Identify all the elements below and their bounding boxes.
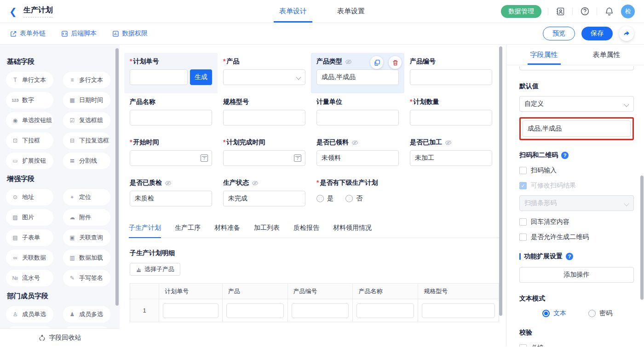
field-plan-finish-time[interactable]: 计划完成时间 7 xyxy=(218,134,311,174)
help-icon[interactable]: ? xyxy=(561,152,569,159)
field-unit[interactable]: 计量单位 xyxy=(311,93,404,134)
panel-scrollbar[interactable] xyxy=(640,176,644,300)
user-avatar[interactable]: 检 xyxy=(621,5,635,18)
sidebar-item-number[interactable]: 123数字 xyxy=(6,92,53,108)
sidebar-item-datetime[interactable]: ▦日期时间 xyxy=(63,92,110,108)
sidebar-item-related-data[interactable]: ∞关联数据 xyxy=(6,250,53,266)
cell-product-name-input[interactable] xyxy=(356,303,414,318)
tab-form-properties[interactable]: 表单属性 xyxy=(593,45,621,65)
radio-yes[interactable]: 是 xyxy=(316,194,334,203)
add-operation-button[interactable]: 添加操作 xyxy=(519,267,634,283)
field-product[interactable]: 产品 xyxy=(218,53,311,93)
data-manage-button[interactable]: 数据管理 xyxy=(501,5,541,18)
back-icon[interactable]: ❮ xyxy=(9,7,17,16)
quality-checked-input[interactable] xyxy=(130,191,212,206)
product-type-input[interactable] xyxy=(316,69,399,85)
page-title[interactable]: 生产计划 xyxy=(23,6,53,17)
tab-field-properties[interactable]: 字段属性 xyxy=(530,45,558,65)
sidebar-item-multi-dropdown[interactable]: ⊟下拉复选框 xyxy=(63,132,110,149)
field-start-time[interactable]: 开始时间 7 xyxy=(124,134,218,174)
field-production-status[interactable]: 生产状态 xyxy=(218,174,311,215)
sidebar-item-dropdown[interactable]: ⊡下拉框 xyxy=(6,132,53,149)
contacts-book-icon[interactable] xyxy=(555,6,566,17)
start-time-input[interactable] xyxy=(130,150,212,166)
sidebar-item-divider-line[interactable]: 〓分割线 xyxy=(63,153,110,169)
delete-field-button[interactable] xyxy=(389,56,402,69)
radio-text-mode-text[interactable]: 文本 xyxy=(542,309,566,318)
field-has-sub-plan[interactable]: 是否有下级生产计划 是 否 xyxy=(311,174,498,215)
sidebar-item-radio-group[interactable]: ◉单选按钮组 xyxy=(6,112,53,129)
default-value-input[interactable] xyxy=(523,120,631,137)
field-plan-quantity[interactable]: 计划数量 xyxy=(404,93,498,134)
field-spec-model[interactable]: 规格型号 xyxy=(218,93,311,134)
unit-input[interactable] xyxy=(316,110,399,125)
field-material-received[interactable]: 是否已领料 xyxy=(311,134,404,174)
checkbox-required[interactable]: 必填 xyxy=(519,344,634,347)
radio-no[interactable]: 否 xyxy=(345,194,362,203)
backend-script-link[interactable]: 后端脚本 xyxy=(61,29,97,38)
sidebar-item-serial-number[interactable]: №流水号 xyxy=(6,270,53,286)
help-icon[interactable]: ? xyxy=(566,253,573,260)
sidebar-item-related-query[interactable]: ▣关联查询 xyxy=(63,229,110,246)
sidebar-item-address[interactable]: ⊙地址 xyxy=(6,189,53,205)
sidebar-item-image[interactable]: ▧图片 xyxy=(6,209,53,226)
product-name-input[interactable] xyxy=(130,110,212,125)
checkbox-allow-qrcode[interactable]: 是否允许生成二维码 xyxy=(519,233,634,241)
material-received-input[interactable] xyxy=(316,150,399,166)
preview-button[interactable]: 预览 xyxy=(543,27,575,40)
save-button[interactable]: 保存 xyxy=(581,27,613,40)
tab-quality-report[interactable]: 质检报告 xyxy=(293,224,319,238)
field-product-name[interactable]: 产品名称 xyxy=(124,93,218,134)
sidebar-item-extend-button[interactable]: ▭扩展按钮 xyxy=(6,153,53,169)
data-permission-link[interactable]: 数据权限 xyxy=(112,29,148,38)
sidebar-item-data-load[interactable]: ▥数据加载 xyxy=(63,250,110,266)
generate-button[interactable]: 生成 xyxy=(190,69,212,85)
sidebar-item-multi-line-text[interactable]: ≡多行文本 xyxy=(63,72,110,88)
cell-plan-number-input[interactable] xyxy=(163,303,218,318)
production-status-input[interactable] xyxy=(223,191,305,206)
select-sub-product-button[interactable]: 选择子产品 xyxy=(130,263,180,276)
sidebar-item-member-single[interactable]: ♙成员单选 xyxy=(6,306,53,323)
tab-form-design[interactable]: 表单设计 xyxy=(279,0,307,23)
tab-processing-list[interactable]: 加工列表 xyxy=(254,224,280,238)
checkbox-enter-clear[interactable]: 回车清空内容 xyxy=(519,218,634,226)
tab-form-settings[interactable]: 表单设置 xyxy=(337,0,365,23)
finish-time-input[interactable] xyxy=(223,150,305,166)
tab-sub-production-plan[interactable]: 子生产计划 xyxy=(129,224,161,238)
sidebar-scrollbar[interactable] xyxy=(115,48,119,306)
field-recycle-bin[interactable]: 字段回收站 xyxy=(0,328,120,347)
processed-input[interactable] xyxy=(410,150,492,166)
tab-production-process[interactable]: 生产工序 xyxy=(175,224,201,238)
checkbox-scan-input[interactable]: 扫码输入 xyxy=(519,166,634,175)
product-code-input[interactable] xyxy=(410,69,492,85)
help-icon[interactable] xyxy=(579,6,590,17)
canvas-scrollbar[interactable] xyxy=(499,46,502,316)
notification-bell-icon[interactable] xyxy=(604,6,615,17)
sidebar-item-single-line-text[interactable]: T单行文本 xyxy=(6,72,53,88)
form-external-link[interactable]: 表单外链 xyxy=(10,29,46,38)
cell-product-input[interactable] xyxy=(226,303,284,318)
cell-spec-model-input[interactable] xyxy=(422,303,495,318)
field-product-type[interactable]: 产品类型 xyxy=(311,53,404,93)
field-quality-checked[interactable]: 是否已质检 xyxy=(124,174,218,215)
field-plan-number[interactable]: 计划单号 生成 xyxy=(124,53,218,93)
sidebar-item-subform[interactable]: ▤子表单 xyxy=(6,229,53,246)
sidebar-item-checkbox-group[interactable]: ☑复选框组 xyxy=(63,112,110,129)
plan-number-input[interactable] xyxy=(130,69,188,85)
field-product-code[interactable]: 产品编号 xyxy=(404,53,498,93)
tab-material-usage[interactable]: 材料领用情况 xyxy=(333,224,372,238)
sidebar-item-attachment[interactable]: ☁附件 xyxy=(63,209,110,226)
copy-field-button[interactable] xyxy=(370,56,383,69)
cell-product-code-input[interactable] xyxy=(292,303,349,318)
tab-material-preparation[interactable]: 材料准备 xyxy=(214,224,240,238)
share-button[interactable] xyxy=(619,26,634,41)
default-value-type-select[interactable]: 自定义 xyxy=(519,96,634,112)
radio-text-mode-password[interactable]: 密码 xyxy=(588,309,612,318)
sidebar-item-signature[interactable]: ✎手写签名 xyxy=(63,270,110,286)
product-select[interactable] xyxy=(223,69,305,85)
spec-model-input[interactable] xyxy=(223,110,305,125)
sidebar-item-location[interactable]: ⌖定位 xyxy=(63,189,110,205)
plan-quantity-input[interactable] xyxy=(410,110,492,125)
sidebar-item-member-multi[interactable]: ♟成员多选 xyxy=(63,306,110,323)
field-processed[interactable]: 是否已加工 xyxy=(404,134,498,174)
